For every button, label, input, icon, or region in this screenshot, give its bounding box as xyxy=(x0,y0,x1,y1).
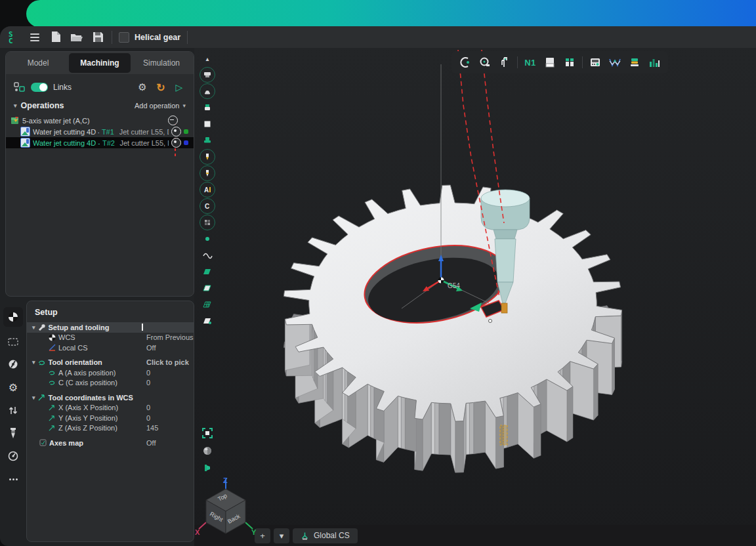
toolbar-separator xyxy=(517,56,518,68)
add-operation-button[interactable]: Add operation ▾ xyxy=(135,102,186,110)
row-collapse-icon: ▾ xyxy=(32,324,35,331)
group-suppress-icon[interactable] xyxy=(168,116,178,125)
cs-tripod-icon xyxy=(301,532,309,540)
cs-dropdown-button[interactable]: ▾ xyxy=(274,528,289,543)
viewport-bottom-bar: + ▾ Global CS xyxy=(194,525,756,546)
group-label: 5-axis water jet (A,C) xyxy=(22,117,90,125)
setup-row-a-axis[interactable]: A (A axis position)0 xyxy=(27,368,194,378)
run-simulation-icon[interactable]: ▷ xyxy=(173,81,186,94)
global-cs-label: Global CS xyxy=(314,531,350,540)
caliper-icon[interactable] xyxy=(496,54,513,71)
c-axis-icon[interactable]: C xyxy=(199,199,216,213)
orbit-icon[interactable] xyxy=(202,446,213,459)
stock-visibility-icon[interactable] xyxy=(199,117,216,131)
local-cs-icon xyxy=(48,344,56,352)
global-cs-button[interactable]: Global CS xyxy=(293,528,358,543)
group-icon xyxy=(11,116,20,125)
setup-panel: Setup ▾ Setup and tooling WCSFrom Previo… xyxy=(26,301,194,542)
section-wcs-icon[interactable] xyxy=(3,307,23,327)
operation-group-row[interactable]: 5-axis water jet (A,C) xyxy=(6,115,194,126)
machine-visibility-icon[interactable] xyxy=(199,68,216,82)
setup-row-wcs[interactable]: WCSFrom Previous xyxy=(27,333,194,343)
setup-row-tool-orientation[interactable]: ▾ Tool orientationClick to pick xyxy=(27,358,194,368)
links-toggle[interactable] xyxy=(31,83,48,92)
layers-stack-icon[interactable] xyxy=(626,54,643,71)
wcs-icon xyxy=(48,333,56,341)
tool-description: Jet cutter L55, D xyxy=(119,128,169,136)
analysis-toolbar: N1 xyxy=(452,51,668,74)
tool-number: T#2 xyxy=(102,139,117,147)
tab-model[interactable]: Model xyxy=(7,53,69,73)
open-folder-icon[interactable] xyxy=(70,30,84,45)
operation-status-dot xyxy=(184,140,188,145)
operations-settings-icon[interactable]: ⚙ xyxy=(136,81,149,94)
operations-collapse-icon[interactable]: ▾ xyxy=(14,102,17,109)
edit-cursor xyxy=(142,324,143,331)
cube-axis-y: Y xyxy=(251,528,257,536)
surface-point-icon[interactable] xyxy=(199,314,216,328)
document-view-icon[interactable] xyxy=(541,54,558,71)
svg-text:C: C xyxy=(9,37,13,45)
operation-row-1[interactable]: Water jet cutting 4D - ... T#1 Jet cutte… xyxy=(6,126,194,137)
menu-icon[interactable] xyxy=(28,30,42,45)
axis-arrow-icon xyxy=(48,414,56,422)
app-logo-icon[interactable]: S C xyxy=(7,30,21,45)
setup-row-z[interactable]: Z (Axis Z Position)145 xyxy=(27,423,194,434)
zoom-fit-icon[interactable] xyxy=(202,428,213,441)
section-tool-icon[interactable] xyxy=(3,425,23,442)
view-cube[interactable]: Z X Y Top Right Back xyxy=(194,474,260,539)
save-icon[interactable] xyxy=(91,30,105,45)
section-parameters-icon[interactable]: ⚙ xyxy=(3,379,23,396)
recalculate-icon[interactable]: ↻ xyxy=(154,81,167,94)
document-title: Helical gear xyxy=(135,33,180,42)
waveform-graph-icon[interactable] xyxy=(606,54,623,71)
new-file-icon[interactable] xyxy=(49,30,63,45)
a-axis-icon[interactable]: A xyxy=(199,182,216,197)
section-transitions-icon[interactable] xyxy=(3,402,23,419)
toolbar-collapse-icon[interactable]: ▴ xyxy=(199,51,216,66)
titlebar: S C Helical gear xyxy=(0,26,756,48)
operation-target-icon[interactable] xyxy=(171,127,181,136)
section-workpiece-icon[interactable] xyxy=(3,333,23,350)
fixture-visibility-icon[interactable] xyxy=(199,133,216,148)
part-visibility-icon[interactable] xyxy=(199,100,216,115)
nc-program-icon[interactable]: N1 xyxy=(522,54,539,71)
tool-visibility-icon[interactable] xyxy=(199,150,216,164)
setup-row-axes-map[interactable]: Axes mapOff xyxy=(27,438,194,448)
tab-simulation[interactable]: Simulation xyxy=(131,53,192,73)
section-strategy-icon[interactable] xyxy=(3,356,23,373)
svg-text:A: A xyxy=(204,186,209,194)
surface-wireframe-icon[interactable] xyxy=(199,297,216,312)
section-more-icon[interactable] xyxy=(3,471,23,488)
point-display-icon[interactable] xyxy=(199,232,216,246)
curve-display-icon[interactable] xyxy=(199,248,216,262)
surface-shaded-icon[interactable] xyxy=(199,264,216,279)
tab-machining[interactable]: Machining xyxy=(69,53,131,73)
operation-row-2[interactable]: Water jet cutting 4D - i... T#2 Jet cutt… xyxy=(6,137,194,148)
row-collapse-icon: ▾ xyxy=(32,394,35,401)
links-graph-icon[interactable] xyxy=(14,82,26,93)
measure-tape-icon[interactable] xyxy=(476,54,494,71)
links-row: Links ⚙ ↻ ▷ xyxy=(6,77,194,98)
section-feeds-icon[interactable] xyxy=(3,448,23,465)
control-panel-icon[interactable] xyxy=(587,54,604,71)
operations-header: ▾ Operations Add operation ▾ xyxy=(6,98,194,114)
tool-assembly-icon[interactable] xyxy=(561,54,578,71)
setup-row-c-axis[interactable]: C (C axis position)0 xyxy=(27,378,194,388)
surface-plain-icon[interactable] xyxy=(199,281,216,295)
statistics-bars-icon[interactable] xyxy=(646,54,663,71)
mesh-visibility-icon[interactable] xyxy=(199,215,216,230)
operation-label: Water jet cutting 4D - i... xyxy=(33,139,100,147)
measure-arc-icon[interactable] xyxy=(457,54,474,71)
svg-text:C: C xyxy=(205,203,209,210)
head-visibility-icon[interactable] xyxy=(199,84,216,98)
setup-row-setup-and-tooling[interactable]: ▾ Setup and tooling xyxy=(27,322,194,333)
setup-row-y[interactable]: Y (Axis Y Position)0 xyxy=(27,413,194,423)
setup-row-tool-coordinates[interactable]: ▾ Tool coordinates in WCS xyxy=(27,392,194,403)
rotation-icon xyxy=(38,358,46,366)
viewport-canvas[interactable] xyxy=(194,48,756,546)
setup-row-x[interactable]: X (Axis X Position)0 xyxy=(27,403,194,413)
tool-holder-visibility-icon[interactable] xyxy=(199,166,216,180)
setup-row-local-cs[interactable]: Local CSOff xyxy=(27,343,194,353)
operation-target-icon[interactable] xyxy=(171,138,181,148)
